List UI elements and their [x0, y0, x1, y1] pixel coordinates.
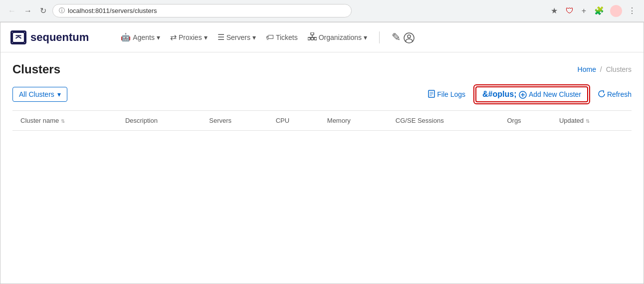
puzzle-button[interactable]: 🧩: [592, 4, 606, 17]
col-cgse-sessions-label: CG/SE Sessions: [396, 117, 444, 124]
toolbar-actions: File Logs &#oplus; Add N: [428, 86, 632, 102]
back-button[interactable]: ←: [6, 5, 18, 17]
nav-agents-label: Agents: [133, 33, 155, 41]
file-logs-label: File Logs: [437, 90, 465, 98]
servers-icon: ☰: [217, 32, 224, 42]
breadcrumb: Home / Clusters: [578, 65, 632, 73]
organizations-dropdown-icon: ▾: [364, 33, 367, 41]
page-header: Clusters Home / Clusters: [12, 62, 632, 76]
tickets-icon: 🏷: [266, 33, 274, 42]
shield-button[interactable]: 🛡: [564, 4, 576, 17]
user-profile-icon[interactable]: ✎: [392, 31, 415, 44]
table-header: Cluster name ⇅ Description Servers CPU: [12, 111, 632, 131]
col-servers: Servers: [201, 111, 267, 131]
dropdown-chevron-icon: ▾: [57, 90, 61, 98]
menu-button[interactable]: ⋮: [626, 4, 638, 17]
svg-rect-0: [12, 32, 24, 42]
col-servers-label: Servers: [209, 117, 231, 124]
refresh-button[interactable]: Refresh: [598, 90, 632, 99]
col-memory-label: Memory: [327, 117, 351, 124]
organizations-icon: [308, 32, 317, 42]
page-content: Clusters Home / Clusters All Clusters ▾: [0, 52, 644, 141]
col-cluster-name[interactable]: Cluster name ⇅: [12, 111, 117, 131]
col-orgs: Orgs: [499, 111, 551, 131]
cluster-name-sort-icon: ⇅: [61, 118, 65, 124]
servers-dropdown-icon: ▾: [252, 33, 256, 41]
nav-organizations[interactable]: Organizations ▾: [308, 32, 367, 42]
proxies-icon: ⇄: [170, 32, 177, 42]
profile-avatar[interactable]: [610, 5, 622, 17]
bookmark-button[interactable]: ★: [549, 4, 560, 17]
col-memory: Memory: [319, 111, 388, 131]
breadcrumb-home[interactable]: Home: [578, 65, 596, 73]
updated-sort-icon: ⇅: [586, 118, 590, 124]
lock-icon: ⓘ: [59, 6, 65, 15]
add-new-cluster-label: Add New Cluster: [529, 90, 581, 98]
file-logs-button[interactable]: File Logs: [428, 90, 465, 99]
col-description-label: Description: [125, 117, 158, 124]
col-cpu-label: CPU: [276, 117, 289, 124]
nav-items: 🤖 Agents ▾ ⇄ Proxies ▾ ☰ Servers ▾ 🏷 Tic…: [121, 31, 634, 44]
reload-button[interactable]: ↻: [38, 5, 48, 17]
breadcrumb-current: Clusters: [606, 65, 632, 73]
proxies-dropdown-icon: ▾: [204, 33, 208, 41]
breadcrumb-separator: /: [600, 65, 602, 73]
app-container: sequentum 🤖 Agents ▾ ⇄ Proxies ▾ ☰ Serve…: [0, 22, 644, 284]
agents-icon: 🤖: [121, 32, 131, 42]
nav-tickets-label: Tickets: [276, 33, 298, 41]
nav-servers[interactable]: ☰ Servers ▾: [217, 32, 256, 42]
top-nav: sequentum 🤖 Agents ▾ ⇄ Proxies ▾ ☰ Serve…: [0, 22, 644, 52]
all-clusters-label: All Clusters: [19, 90, 54, 98]
agents-dropdown-icon: ▾: [157, 33, 160, 41]
col-orgs-label: Orgs: [507, 117, 521, 124]
refresh-icon: [598, 90, 605, 99]
address-bar[interactable]: ⓘ: [52, 4, 352, 17]
add-new-cluster-icon: &#oplus;: [482, 90, 527, 99]
refresh-label: Refresh: [607, 90, 632, 98]
nav-agents[interactable]: 🤖 Agents ▾: [121, 32, 160, 42]
file-logs-icon: [428, 90, 435, 99]
svg-point-14: [519, 91, 526, 98]
page-title: Clusters: [12, 62, 60, 76]
browser-chrome: ← → ↻ ⓘ ★ 🛡 + 🧩 ⋮: [0, 0, 644, 22]
col-updated[interactable]: Updated ⇅: [551, 111, 632, 131]
nav-tickets[interactable]: 🏷 Tickets: [266, 33, 298, 42]
toolbar: All Clusters ▾ File Logs: [12, 86, 632, 102]
col-description: Description: [117, 111, 201, 131]
clusters-table: Cluster name ⇅ Description Servers CPU: [12, 111, 632, 131]
svg-rect-2: [311, 32, 314, 35]
all-clusters-dropdown[interactable]: All Clusters ▾: [12, 87, 67, 102]
clusters-table-container: Cluster name ⇅ Description Servers CPU: [12, 110, 632, 131]
add-new-cluster-button[interactable]: &#oplus; Add New Cluster: [475, 86, 588, 102]
browser-actions: ★ 🛡 + 🧩 ⋮: [549, 4, 638, 17]
col-cluster-name-label: Cluster name: [20, 117, 59, 124]
col-updated-label: Updated: [559, 117, 584, 124]
nav-proxies-label: Proxies: [179, 33, 202, 41]
logo-icon: [10, 30, 26, 44]
col-cgse-sessions: CG/SE Sessions: [388, 111, 499, 131]
logo[interactable]: sequentum: [10, 30, 89, 44]
svg-point-9: [408, 35, 411, 38]
url-input[interactable]: [68, 7, 345, 14]
col-cpu: CPU: [268, 111, 319, 131]
logo-text: sequentum: [30, 31, 89, 44]
forward-button[interactable]: →: [22, 5, 34, 17]
nav-servers-label: Servers: [226, 33, 250, 41]
nav-proxies[interactable]: ⇄ Proxies ▾: [170, 32, 208, 42]
nav-divider: [379, 31, 380, 43]
nav-organizations-label: Organizations: [319, 33, 362, 41]
plus-button[interactable]: +: [580, 4, 588, 17]
